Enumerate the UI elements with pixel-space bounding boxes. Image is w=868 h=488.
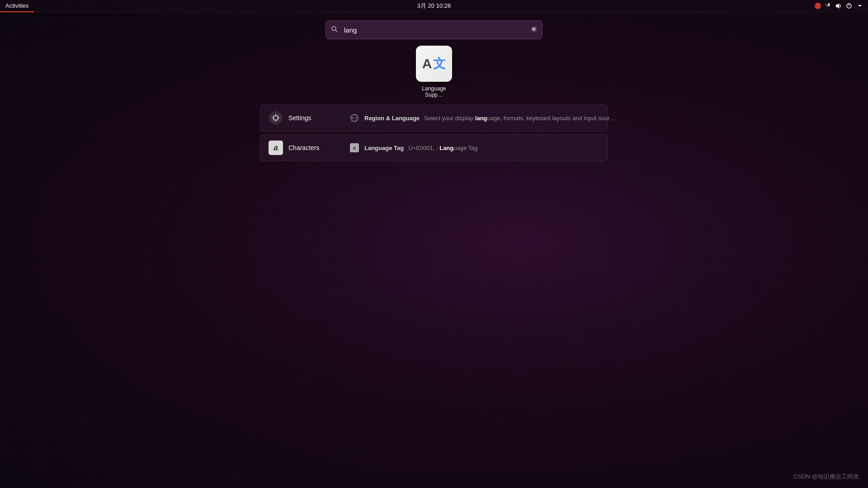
- power-menu-icon[interactable]: [844, 1, 854, 10]
- region-language-title: Region & Language: [364, 115, 420, 122]
- language-tag-title: Language Tag: [364, 145, 404, 151]
- topbar-left: Activities: [0, 0, 34, 12]
- settings-app-name: Settings: [288, 114, 311, 122]
- svg-point-28: [269, 111, 283, 125]
- characters-app-icon: a: [268, 140, 284, 156]
- app-language-support[interactable]: A 文 Language Supp…: [414, 46, 454, 98]
- topbar-right: [815, 1, 868, 10]
- network-icon[interactable]: [823, 1, 832, 10]
- characters-app-section: a Characters: [268, 140, 349, 156]
- svg-rect-17: [826, 5, 828, 6]
- chevron-down-icon[interactable]: [855, 1, 864, 10]
- svg-line-24: [335, 30, 337, 32]
- results-list: Settings Region & Language Select your d…: [260, 104, 608, 161]
- language-support-icon-box: A 文: [416, 46, 452, 82]
- svg-rect-18: [828, 3, 830, 6]
- desc-highlight: lang: [475, 115, 487, 122]
- lang-letter-x: 文: [433, 55, 446, 72]
- power-dot-icon: [815, 3, 821, 9]
- characters-app-name: Characters: [288, 144, 319, 151]
- region-language-desc: Select your display language, formats, k…: [424, 115, 615, 122]
- desc-highlight-lang: Lang: [439, 145, 453, 151]
- svg-marker-19: [836, 3, 839, 9]
- svg-point-23: [332, 27, 336, 31]
- lang-letter-a: A: [422, 56, 432, 71]
- characters-result-row[interactable]: a Characters a Language Tag U+E0001, : L…: [260, 134, 608, 161]
- language-tag-icon: a: [349, 142, 360, 153]
- svg-rect-16: [825, 4, 826, 5]
- language-support-label: Language Supp…: [414, 85, 454, 98]
- region-language-item[interactable]: Region & Language Select your display la…: [349, 112, 616, 124]
- search-input[interactable]: [326, 20, 542, 39]
- search-clear-button[interactable]: [531, 26, 537, 34]
- search-icon: [331, 26, 338, 34]
- topbar: Activities 3月 20 10:28: [0, 0, 868, 12]
- activities-button[interactable]: Activities: [0, 0, 34, 12]
- settings-gear-icon: [268, 110, 284, 126]
- globe-icon: [349, 113, 360, 123]
- apps-area: A 文 Language Supp…: [414, 46, 454, 98]
- topbar-datetime: 3月 20 10:28: [417, 2, 451, 10]
- search-container: [326, 20, 542, 39]
- datetime-label: 3月 20 10:28: [417, 2, 451, 10]
- volume-icon[interactable]: [834, 1, 843, 10]
- language-tag-desc: U+E0001, : Language Tag: [408, 145, 477, 151]
- settings-app-section: Settings: [268, 110, 349, 126]
- language-tag-item[interactable]: a Language Tag U+E0001, : Language Tag: [349, 141, 600, 154]
- watermark: CSDN @知识搬运工阿杰: [793, 473, 859, 481]
- characters-result-items: a Language Tag U+E0001, : Language Tag: [349, 141, 600, 154]
- settings-result-row[interactable]: Settings Region & Language Select your d…: [260, 104, 608, 131]
- main-content: A 文 Language Supp…: [0, 12, 868, 488]
- svg-marker-22: [858, 5, 862, 7]
- settings-result-items: Region & Language Select your display la…: [349, 112, 616, 124]
